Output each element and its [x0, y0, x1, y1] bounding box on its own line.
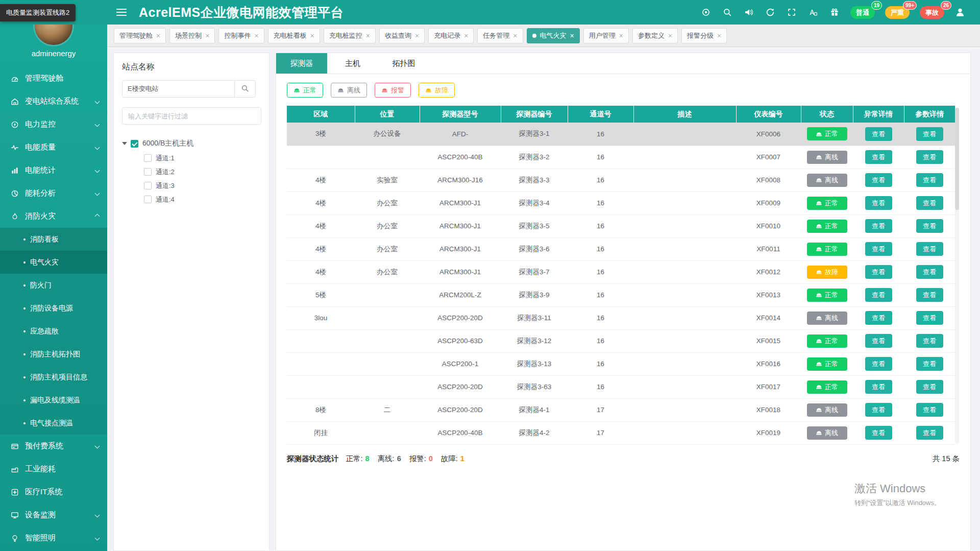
- table-row[interactable]: 闭挂ASCP200-40B探测器4-217XF0019离线查看查看: [287, 421, 955, 444]
- fullscreen-icon[interactable]: [786, 7, 797, 18]
- table-row[interactable]: 5楼ARCM200L-Z探测器3-916XF0013正常查看查看: [287, 283, 955, 306]
- tab-item[interactable]: 报警分级×: [681, 28, 727, 43]
- tree-root-checkbox[interactable]: [131, 140, 138, 148]
- table-row[interactable]: 4楼办公室ARCM300-J1探测器3-616XF0011正常查看查看: [287, 237, 955, 260]
- speaker-icon[interactable]: [743, 7, 754, 18]
- sidebar-item[interactable]: 电能质量: [0, 136, 107, 159]
- anomaly-view-button[interactable]: 查看: [865, 426, 892, 440]
- alert-pill-accident[interactable]: 事故26: [920, 6, 944, 19]
- table-row[interactable]: 4楼办公室ARCM300-J1探测器3-716XF0012故障查看查看: [287, 260, 955, 283]
- close-icon[interactable]: ×: [464, 32, 468, 39]
- table-row[interactable]: 8楼二ASCP200-20D探测器4-117XF0018离线查看查看: [287, 398, 955, 421]
- tab-item[interactable]: 管理驾驶舱×: [114, 28, 166, 43]
- menu-toggle-icon[interactable]: [116, 9, 127, 16]
- tree-child-checkbox[interactable]: [144, 182, 152, 189]
- sidebar-item[interactable]: 电力监控: [0, 113, 107, 136]
- filter-alarm-button[interactable]: 报警: [375, 83, 411, 98]
- sidebar-subitem[interactable]: 消防看板: [0, 228, 107, 251]
- main-tab[interactable]: 拓扑图: [378, 53, 429, 74]
- sidebar-subitem[interactable]: 应急疏散: [0, 320, 107, 343]
- close-icon[interactable]: ×: [415, 32, 419, 39]
- table-row[interactable]: ASCP200-63D探测器3-1216XF0015正常查看查看: [287, 329, 955, 352]
- table-row[interactable]: ASCP200-1探测器3-1316XF0016正常查看查看: [287, 352, 955, 375]
- site-search-input[interactable]: [122, 80, 234, 98]
- sidebar-item[interactable]: 工业能耗: [0, 458, 107, 481]
- tree-child-checkbox[interactable]: [144, 168, 152, 176]
- user-icon[interactable]: [954, 7, 966, 18]
- caret-down-icon[interactable]: [122, 142, 127, 145]
- filter-offline-button[interactable]: 离线: [331, 83, 367, 98]
- sidebar-subitem[interactable]: 消防主机拓扑图: [0, 343, 107, 366]
- tab-item[interactable]: 充电桩监控×: [324, 28, 376, 43]
- tab-item[interactable]: 控制事件×: [218, 28, 264, 43]
- table-row[interactable]: 4楼办公室ARCM300-J1探测器3-516XF0010正常查看查看: [287, 214, 955, 237]
- sidebar-item[interactable]: 预付费系统: [0, 435, 107, 458]
- anomaly-view-button[interactable]: 查看: [865, 334, 892, 348]
- table-row[interactable]: 3louASCP200-20D探测器3-1116XF0014离线查看查看: [287, 306, 955, 329]
- tree-child-node[interactable]: 通道:4: [144, 193, 261, 206]
- sidebar-subitem[interactable]: 消防设备电源: [0, 297, 107, 320]
- anomaly-view-button[interactable]: 查看: [865, 150, 892, 164]
- param-view-button[interactable]: 查看: [916, 334, 943, 348]
- sidebar-item[interactable]: 变电站综合系统: [0, 90, 107, 113]
- sidebar-item[interactable]: 管理驾驶舱: [0, 67, 107, 90]
- param-view-button[interactable]: 查看: [916, 311, 943, 325]
- sidebar-item[interactable]: 智能照明: [0, 526, 107, 549]
- tree-child-node[interactable]: 通道:2: [144, 165, 261, 179]
- anomaly-view-button[interactable]: 查看: [865, 403, 892, 417]
- anomaly-view-button[interactable]: 查看: [865, 219, 892, 233]
- table-row[interactable]: ASCP200-40B探测器3-216XF0007离线查看查看: [287, 146, 955, 169]
- close-icon[interactable]: ×: [668, 32, 672, 39]
- tab-item[interactable]: 用户管理×: [583, 28, 629, 43]
- sidebar-item[interactable]: 医疗IT系统: [0, 481, 107, 504]
- table-row[interactable]: 4楼实验室ARCM300-J16探测器3-316XF0008离线查看查看: [287, 169, 955, 191]
- tree-child-checkbox[interactable]: [144, 196, 152, 203]
- sidebar-subitem[interactable]: 电气接点测温: [0, 412, 107, 435]
- anomaly-view-button[interactable]: 查看: [865, 242, 892, 256]
- filter-fault-button[interactable]: 故障: [419, 83, 455, 98]
- param-view-button[interactable]: 查看: [916, 288, 943, 302]
- close-icon[interactable]: ×: [366, 32, 370, 39]
- param-view-button[interactable]: 查看: [916, 380, 943, 394]
- keyword-filter-input[interactable]: [122, 107, 261, 125]
- anomaly-view-button[interactable]: 查看: [865, 196, 892, 210]
- param-view-button[interactable]: 查看: [916, 150, 943, 164]
- tab-item[interactable]: 参数定义×: [632, 28, 678, 43]
- close-icon[interactable]: ×: [205, 32, 209, 39]
- tab-item[interactable]: 电气火灾×: [527, 28, 580, 43]
- anomaly-view-button[interactable]: 查看: [865, 127, 892, 141]
- refresh-icon[interactable]: [765, 7, 776, 18]
- param-view-button[interactable]: 查看: [916, 403, 943, 417]
- table-row[interactable]: 4楼办公室ARCM300-J1探测器3-416XF0009正常查看查看: [287, 191, 955, 214]
- anomaly-view-button[interactable]: 查看: [865, 173, 892, 187]
- sidebar-item[interactable]: 能耗分析: [0, 182, 107, 205]
- search-button[interactable]: [234, 80, 256, 98]
- gift-icon[interactable]: [829, 7, 840, 18]
- main-tab[interactable]: 主机: [327, 53, 378, 74]
- close-icon[interactable]: ×: [156, 32, 160, 39]
- param-view-button[interactable]: 查看: [916, 357, 943, 371]
- tree-child-node[interactable]: 通道:1: [144, 151, 261, 165]
- close-icon[interactable]: ×: [570, 32, 574, 39]
- tree-root-node[interactable]: 6000/B主机主机: [122, 136, 261, 151]
- param-view-button[interactable]: 查看: [916, 196, 943, 210]
- main-tab[interactable]: 探测器: [276, 53, 327, 74]
- anomaly-view-button[interactable]: 查看: [865, 288, 892, 302]
- sidebar-item[interactable]: 设备监测: [0, 504, 107, 526]
- tree-child-node[interactable]: 通道:3: [144, 179, 261, 193]
- anomaly-view-button[interactable]: 查看: [865, 357, 892, 371]
- param-view-button[interactable]: 查看: [916, 219, 943, 233]
- scrollbar-thumb[interactable]: [955, 108, 959, 210]
- sidebar-subitem[interactable]: 漏电及线缆测温: [0, 389, 107, 412]
- tab-item[interactable]: 充电记录×: [428, 28, 474, 43]
- table-row[interactable]: 3楼办公设备AFD-探测器3-116XF0006正常查看查看: [287, 123, 955, 146]
- alert-pill-normal[interactable]: 普通19: [850, 6, 875, 19]
- tree-child-checkbox[interactable]: [144, 154, 152, 162]
- close-icon[interactable]: ×: [619, 32, 623, 39]
- sidebar-subitem[interactable]: 消防主机项目信息: [0, 366, 107, 389]
- anomaly-view-button[interactable]: 查看: [865, 265, 892, 279]
- target-icon[interactable]: [700, 7, 712, 18]
- translate-icon[interactable]: [807, 7, 819, 18]
- table-scrollbar[interactable]: [955, 108, 959, 444]
- param-view-button[interactable]: 查看: [916, 127, 943, 141]
